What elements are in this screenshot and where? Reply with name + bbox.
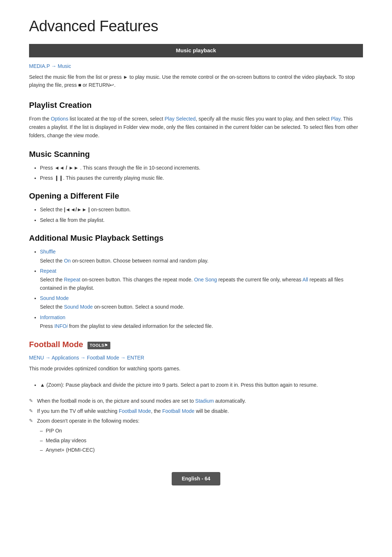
music-scanning-heading: Music Scanning bbox=[29, 148, 363, 160]
additional-setting-information: Information Press INFOi from the playlis… bbox=[40, 313, 363, 330]
music-scanning-body: Press ◄◄ / ►► . This scans through the f… bbox=[29, 164, 363, 182]
footer: English - 64 bbox=[29, 472, 363, 485]
footer-label: English - 64 bbox=[172, 472, 221, 485]
music-scanning-item-2: Press ❙❙. This pauses the currently play… bbox=[40, 174, 363, 182]
breadcrumb-football-mode: MENU → Applications → Football Mode → EN… bbox=[29, 354, 363, 362]
opening-different-file-item-2: Select a file from the playlist. bbox=[40, 216, 363, 224]
opening-different-file-heading: Opening a Different File bbox=[29, 190, 363, 202]
breadcrumb-media: MEDIA.P → Music bbox=[29, 62, 363, 70]
additional-setting-repeat: Repeat Select the Repeat on-screen butto… bbox=[40, 267, 363, 292]
music-scanning-item-1: Press ◄◄ / ►► . This scans through the f… bbox=[40, 164, 363, 172]
music-playback-intro: Select the music file from the list or p… bbox=[29, 73, 363, 89]
additional-settings-list: Shuffle Select the On on-screen button. … bbox=[40, 248, 363, 330]
football-mode-notes: When the football mode is on, the pictur… bbox=[29, 397, 363, 454]
zoom-exception-media: Media play videos bbox=[40, 436, 363, 444]
football-mode-zoom-exceptions: PIP On Media play videos Anynet+ (HDMI-C… bbox=[40, 427, 363, 454]
football-mode-note-1: When the football mode is on, the pictur… bbox=[29, 397, 363, 405]
football-mode-note-3: Zoom doesn't operate in the following mo… bbox=[29, 417, 363, 425]
playlist-creation-heading: Playlist Creation bbox=[29, 99, 363, 111]
additional-setting-sound-mode: Sound Mode Select the Sound Mode on-scre… bbox=[40, 294, 363, 311]
opening-different-file-body: Select the |◄◄/►► | on-screen button. Se… bbox=[29, 206, 363, 224]
opening-different-file-list: Select the |◄◄/►► | on-screen button. Se… bbox=[40, 206, 363, 224]
zoom-exception-anynet: Anynet+ (HDMI-CEC) bbox=[40, 446, 363, 454]
opening-different-file-item-1: Select the |◄◄/►► | on-screen button. bbox=[40, 206, 363, 214]
football-mode-heading: Football Mode bbox=[29, 340, 83, 349]
football-mode-bullet-zoom: ▲ (Zoom): Pause playback and divide the … bbox=[40, 381, 363, 389]
section-header-music-playback: Music playback bbox=[29, 44, 363, 57]
additional-settings-heading: Additional Music Playback Settings bbox=[29, 232, 363, 244]
page-title: Advanced Features bbox=[29, 15, 363, 37]
zoom-exception-pip: PIP On bbox=[40, 427, 363, 435]
football-mode-bullets: ▲ (Zoom): Pause playback and divide the … bbox=[29, 381, 363, 389]
football-mode-intro: This mode provides optimized condition f… bbox=[29, 365, 363, 373]
additional-settings-body: Shuffle Select the On on-screen button. … bbox=[29, 248, 363, 330]
tools-badge: TOOLS⚑ bbox=[87, 342, 110, 349]
playlist-creation-body: From the Options list located at the top… bbox=[29, 115, 363, 140]
additional-setting-shuffle: Shuffle Select the On on-screen button. … bbox=[40, 248, 363, 265]
music-scanning-list: Press ◄◄ / ►► . This scans through the f… bbox=[40, 164, 363, 182]
football-mode-note-2: If you turn the TV off while watching Fo… bbox=[29, 407, 363, 415]
